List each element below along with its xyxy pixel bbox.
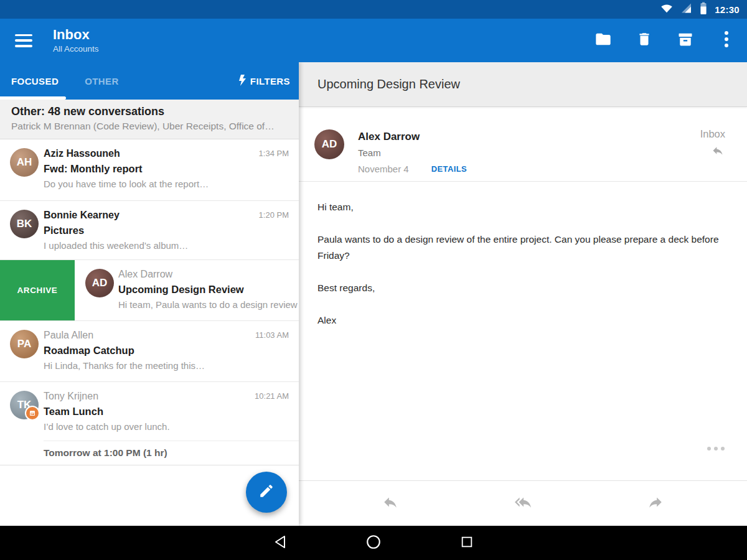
body-paragraph: Alex xyxy=(317,312,728,329)
avatar: PA xyxy=(10,330,39,358)
filters-label: FILTERS xyxy=(250,76,290,86)
reply-button[interactable] xyxy=(377,490,404,517)
message-row-swiping: ARCHIVE AD Alex Darrow Upcoming Design R… xyxy=(0,260,299,321)
home-button[interactable] xyxy=(365,534,382,552)
reply-toolbar xyxy=(299,480,747,526)
back-button[interactable] xyxy=(271,534,289,552)
message-subject: Team Lunch xyxy=(44,405,289,418)
message-preview: I’d love to catch up over lunch. xyxy=(44,421,289,433)
wifi-icon xyxy=(660,2,673,16)
cellular-signal-icon xyxy=(680,2,692,16)
home-circle-icon xyxy=(365,534,382,553)
other-senders-preview: Patrick M Brennan (Code Review), Uber Re… xyxy=(11,121,288,132)
archive-icon xyxy=(677,30,694,50)
outlook-app-screen: 12:30 Inbox All Accounts FOCUSED xyxy=(0,0,747,560)
message-sender: Bonnie Kearney xyxy=(44,209,289,222)
message-sender: Tony Krijnen xyxy=(44,390,289,403)
message-sender: Paula Allen xyxy=(44,329,289,342)
move-to-folder-button[interactable] xyxy=(594,31,613,50)
message-row[interactable]: BK Bonnie Kearney Pictures I uploaded th… xyxy=(0,201,299,260)
sender-name: Alex Darrow xyxy=(358,131,747,143)
clock: 12:30 xyxy=(715,4,740,15)
trash-icon xyxy=(636,31,652,50)
delete-button[interactable] xyxy=(635,31,654,50)
message-preview: Hi team, Paula wants to do a design revi… xyxy=(118,299,299,311)
archive-swipe-label: ARCHIVE xyxy=(17,286,58,295)
forward-icon xyxy=(646,494,665,513)
other-count-label: Other: 48 new conversations xyxy=(11,105,288,118)
compose-pencil-icon xyxy=(258,483,275,502)
overflow-menu-button[interactable] xyxy=(717,31,736,50)
lightning-icon xyxy=(238,75,247,88)
reading-pane: Upcoming Design Review AD Alex Darrow Te… xyxy=(299,62,747,526)
message-row[interactable]: PA Paula Allen Roadmap Catchup Hi Linda,… xyxy=(0,321,299,382)
overflow-menu-icon xyxy=(724,30,729,51)
message-subject: Pictures xyxy=(44,224,289,237)
archive-swipe-action[interactable]: ARCHIVE xyxy=(0,260,75,320)
app-bar: Inbox All Accounts xyxy=(0,19,747,62)
avatar: AH xyxy=(10,148,39,177)
reply-all-button[interactable] xyxy=(509,490,537,517)
calendar-badge-icon xyxy=(25,406,40,421)
compose-fab[interactable] xyxy=(246,472,287,513)
message-row[interactable]: AD Alex Darrow Upcoming Design Review Hi… xyxy=(75,260,299,320)
app-bar-titles: Inbox All Accounts xyxy=(53,27,99,54)
message-preview: I uploaded this weekend’s album… xyxy=(44,240,289,252)
email-sender-block: AD Alex Darrow Team November 4 DETAILS I… xyxy=(299,107,747,182)
android-nav-bar xyxy=(0,526,747,560)
message-subject: Fwd: Monthly report xyxy=(44,162,289,175)
recents-square-icon xyxy=(460,535,474,551)
folder-icon xyxy=(594,30,612,50)
reply-icon xyxy=(381,494,400,513)
message-row[interactable]: AH Aziz Hassouneh Fwd: Monthly report Do… xyxy=(0,139,299,201)
details-link[interactable]: DETAILS xyxy=(431,164,467,174)
reply-all-icon xyxy=(513,494,533,513)
message-row[interactable]: TK Tony Krijnen Team Lunch I’d love to c… xyxy=(0,382,299,441)
forward-button[interactable] xyxy=(642,490,669,517)
archive-button[interactable] xyxy=(676,31,695,50)
filters-button[interactable]: FILTERS xyxy=(238,62,290,100)
tab-other[interactable]: OTHER xyxy=(85,76,119,86)
message-preview: Do you have time to look at the report… xyxy=(44,178,289,190)
message-sender: Alex Darrow xyxy=(118,268,299,281)
body-paragraph: Best regards, xyxy=(317,280,728,296)
avatar: BK xyxy=(10,210,39,238)
body-paragraph: Hi team, xyxy=(317,199,728,215)
account-scope-label: All Accounts xyxy=(53,44,99,54)
inbox-tab-bar: FOCUSED OTHER FILTERS xyxy=(0,62,299,100)
tab-focused[interactable]: FOCUSED xyxy=(11,76,59,86)
other-conversations-banner[interactable]: Other: 48 new conversations Patrick M Br… xyxy=(0,100,299,139)
message-time: 1:34 PM xyxy=(259,149,289,158)
show-trimmed-content-button[interactable] xyxy=(703,443,728,454)
sender-avatar: AD xyxy=(314,129,344,159)
meeting-time-label: Tomorrow at 1:00 PM (1 hr) xyxy=(44,447,167,459)
status-bar: 12:30 xyxy=(0,0,747,19)
avatar: AD xyxy=(85,269,114,297)
page-title: Inbox xyxy=(53,27,99,42)
email-subject-header: Upcoming Design Review xyxy=(299,62,747,107)
meeting-chip[interactable]: Tomorrow at 1:00 PM (1 hr) xyxy=(0,441,299,465)
recipients-label: Team xyxy=(358,147,747,159)
email-date: November 4 xyxy=(358,164,409,174)
email-body: Hi team, Paula wants to do a design revi… xyxy=(299,182,747,329)
recents-button[interactable] xyxy=(458,534,476,552)
message-sender: Aziz Hassouneh xyxy=(44,147,289,160)
message-subject: Roadmap Catchup xyxy=(44,344,289,357)
message-subject: Upcoming Design Review xyxy=(118,283,299,296)
message-time: 10:21 AM xyxy=(255,391,289,401)
replied-status-icon xyxy=(710,144,725,159)
email-subject: Upcoming Design Review xyxy=(317,77,460,91)
message-time: 11:03 AM xyxy=(255,330,289,340)
message-preview: Hi Linda, Thanks for the meeting this… xyxy=(44,360,289,372)
back-triangle-icon xyxy=(273,534,288,552)
folder-badge: Inbox xyxy=(700,128,725,140)
message-list-pane: FOCUSED OTHER FILTERS Other: 48 new conv… xyxy=(0,62,299,526)
body-paragraph: Paula wants to do a design review of the… xyxy=(317,231,728,264)
active-tab-underline xyxy=(0,96,66,100)
hamburger-menu-icon[interactable] xyxy=(15,34,32,47)
message-time: 1:20 PM xyxy=(259,210,289,220)
battery-icon xyxy=(700,2,707,17)
